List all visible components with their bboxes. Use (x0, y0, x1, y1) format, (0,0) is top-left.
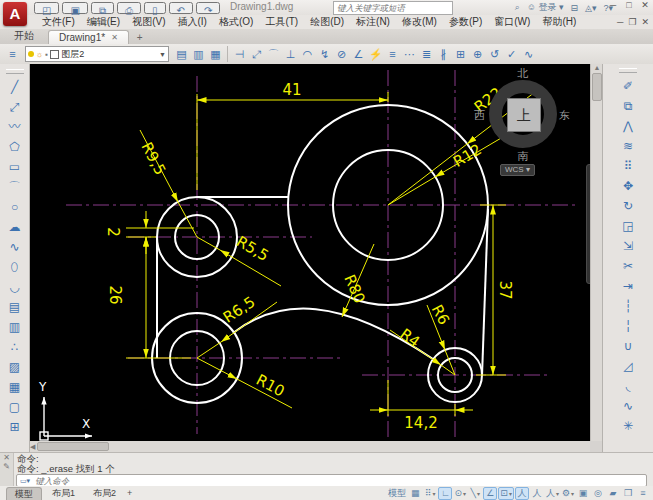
linear-dimension-icon[interactable]: ⊣ (231, 46, 248, 63)
undo-icon[interactable]: ↶ (169, 2, 193, 14)
vscroll-thumb[interactable] (592, 73, 602, 101)
command-input[interactable] (33, 475, 646, 487)
polygon-icon[interactable]: ⬠ (4, 137, 25, 157)
chamfer-icon[interactable]: ◿ (618, 356, 639, 376)
radius-dimension-icon[interactable]: ◠ (299, 46, 316, 63)
annotation-scale-button[interactable]: 人▾ (545, 487, 560, 500)
polyline-icon[interactable]: 〰 (4, 117, 25, 137)
layer-previous-icon[interactable]: ▥ (190, 46, 207, 63)
new-file-icon[interactable]: ▯ (144, 2, 166, 14)
jog-line-icon[interactable]: ∿ (520, 46, 537, 63)
minimize-button[interactable]: ─ (607, 0, 619, 10)
menu-item[interactable]: 绘图(D) (304, 15, 350, 29)
dimension-check-icon[interactable]: ✓ (503, 46, 520, 63)
search-input[interactable] (334, 3, 452, 13)
signin-button[interactable]: ☺ 登录 ▾ (527, 1, 564, 14)
dimension-update-icon[interactable]: ↺ (486, 46, 503, 63)
menu-item[interactable]: 文件(F) (36, 15, 81, 29)
menu-item[interactable]: 窗口(W) (488, 15, 536, 29)
trim-icon[interactable]: ✂ (618, 256, 639, 276)
new-tab-button[interactable]: + (133, 31, 147, 44)
snap-mode-toggle[interactable]: ⠿▾ (423, 487, 437, 500)
annotation-visibility-toggle[interactable]: 人▾ (515, 487, 529, 500)
save-as-icon[interactable]: ⧉ (91, 2, 114, 14)
arc-icon[interactable]: ⌒ (4, 177, 25, 197)
line-icon[interactable]: ╱ (4, 77, 25, 97)
make-current-icon[interactable]: ▤ (173, 46, 190, 63)
move-icon[interactable]: ✥ (618, 176, 639, 196)
cart-icon[interactable]: ⊟ (570, 3, 578, 13)
aligned-dimension-icon[interactable]: ⤢ (248, 46, 265, 63)
center-mark-icon[interactable]: ⊕ (469, 46, 486, 63)
baseline-dimension-icon[interactable]: ≡ (384, 46, 401, 63)
ellipse-icon[interactable]: ⬯ (4, 257, 25, 277)
apps-icon[interactable]: ◬▾ (585, 3, 596, 13)
grid-display-toggle[interactable]: ▦▾ (408, 487, 422, 500)
fillet-icon[interactable]: ◟ (618, 376, 639, 396)
app-logo-icon[interactable]: A (3, 2, 27, 26)
angular-dimension-icon[interactable]: ∠ (350, 46, 367, 63)
ordinate-dimension-icon[interactable]: ⊥ (282, 46, 299, 63)
viewcube-west[interactable]: 西 (474, 108, 485, 123)
doc-minimize-button[interactable]: ─ (617, 17, 623, 27)
toolbar-drag-handle[interactable] (6, 69, 24, 74)
dimension-break-icon[interactable]: ∦ (435, 46, 452, 63)
explode-icon[interactable]: ✳ (618, 416, 639, 436)
workspace-switching-button[interactable]: ⚙▾ (561, 487, 575, 500)
layer-properties-icon[interactable]: ≡ (4, 46, 21, 63)
join-icon[interactable]: ∪ (618, 336, 639, 356)
doc-restore-button[interactable]: ❐ (628, 17, 636, 27)
model-space-button[interactable]: 模型▾ (387, 487, 407, 500)
arc-length-dimension-icon[interactable]: ⌒ (265, 46, 282, 63)
construction-line-icon[interactable]: ⤢ (4, 97, 25, 117)
close-button[interactable]: ✕ (639, 0, 651, 10)
new-layout-button[interactable]: + (124, 488, 135, 498)
point-icon[interactable]: ∴ (4, 337, 25, 357)
horizontal-scrollbar[interactable]: ◀ (30, 441, 590, 452)
maximize-button[interactable]: □ (623, 0, 635, 10)
table-icon[interactable]: ⊞ (4, 417, 25, 437)
clean-screen-button[interactable]: ❒▾ (621, 487, 635, 500)
jogged-dimension-icon[interactable]: ↯ (316, 46, 333, 63)
layout-tab[interactable]: 模型 (6, 487, 42, 500)
menu-item[interactable]: 参数(P) (443, 15, 488, 29)
menu-item[interactable]: 工具(T) (259, 15, 304, 29)
save-file-icon[interactable]: ▣ (62, 2, 87, 14)
hatch-icon[interactable]: ▨ (4, 357, 25, 377)
insert-block-icon[interactable]: ▤ (4, 297, 25, 317)
ellipse-arc-icon[interactable]: ◡ (4, 277, 25, 297)
tab-drawing1[interactable]: Drawing1* ✕ (48, 30, 129, 44)
command-close-icon[interactable]: ✕ (0, 453, 13, 462)
continue-dimension-icon[interactable]: ⋯ (401, 46, 418, 63)
command-wrench-icon[interactable]: ✎ (0, 462, 13, 471)
layer-dropdown[interactable]: ☼ ▪ 图层2 ▼ (25, 46, 169, 62)
layout-tab[interactable]: 布局2 (85, 487, 124, 499)
menu-item[interactable]: 视图(V) (126, 15, 171, 29)
menu-item[interactable]: 插入(I) (171, 15, 212, 29)
scale-icon[interactable]: ◲ (618, 216, 639, 236)
viewcube-east[interactable]: 东 (559, 108, 570, 123)
scroll-left-icon[interactable]: ◀ (30, 443, 35, 451)
menu-item[interactable]: 格式(O) (213, 15, 259, 29)
menu-item[interactable]: 帮助(H) (536, 15, 582, 29)
blend-curves-icon[interactable]: ∿ (618, 396, 639, 416)
break-icon[interactable]: ╎ (618, 316, 639, 336)
search-binoculars-icon[interactable]: ⌕ (515, 2, 520, 13)
drawing-canvas[interactable]: 41 2 26 37 14,2 R9,5 R5,5 R6,5 R10 R80 R… (30, 64, 590, 441)
ortho-mode-toggle[interactable]: ∟▾ (438, 487, 452, 500)
annotation-autoscale-toggle[interactable]: 人▾ (530, 487, 544, 500)
plot-icon[interactable]: ⎙ (117, 2, 141, 14)
stretch-icon[interactable]: ⇲ (618, 236, 639, 256)
open-file-icon[interactable]: ◰ (34, 2, 59, 14)
extend-icon[interactable]: ⇥ (618, 276, 639, 296)
array-icon[interactable]: ⠿ (618, 156, 639, 176)
tab-close-icon[interactable]: ✕ (111, 33, 118, 42)
quick-dimension-icon[interactable]: ⚡ (367, 46, 384, 63)
region-icon[interactable]: ▢ (4, 397, 25, 417)
circle-icon[interactable]: ○ (4, 197, 25, 217)
customization-button[interactable]: ≡▾ (636, 487, 650, 500)
viewcube-south[interactable]: 南 (478, 149, 568, 164)
command-icon[interactable]: ▭▾ (17, 477, 33, 485)
diameter-dimension-icon[interactable]: ⊘ (333, 46, 350, 63)
rectangle-icon[interactable]: ▭ (4, 157, 25, 177)
